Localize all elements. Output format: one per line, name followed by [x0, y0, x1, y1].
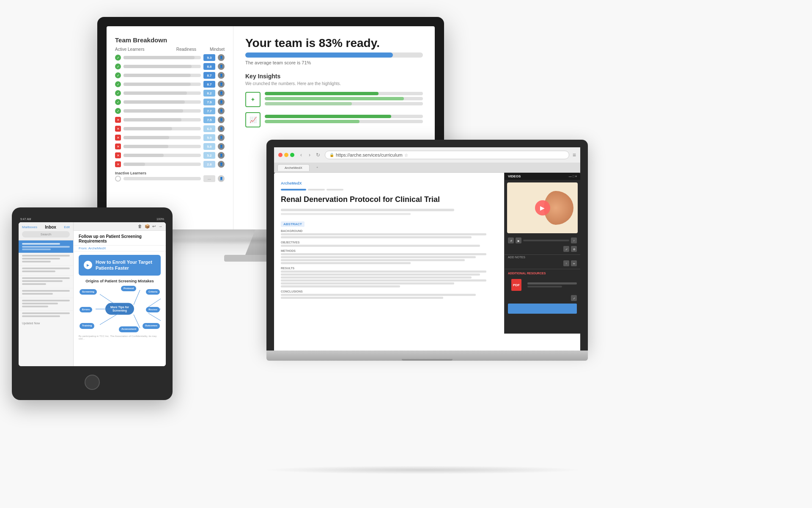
volume-btn[interactable]: ♪ [571, 237, 577, 243]
video-play-icon[interactable]: ▶ [84, 261, 92, 269]
abstract-label: ABSTRACT [281, 221, 304, 227]
learner-status-icon: ✓ [115, 64, 121, 69]
email-from: From: ArcheMedX [74, 246, 166, 251]
insight-bar-row [265, 120, 423, 123]
browser-forward-btn[interactable]: › [306, 152, 313, 158]
diagram-node-3: Criteria [146, 289, 160, 295]
email-search-bar[interactable]: Search [22, 231, 70, 237]
laptop-shadow [262, 466, 584, 474]
score-badge: 9.3 [203, 54, 215, 61]
laptop: ‹ › ↻ 🔒 https://arche.services/curriculu… [266, 140, 588, 361]
diagram-center-node: More Tips for Screening [105, 303, 134, 315]
video-thumbnail[interactable]: ▶ [507, 182, 578, 233]
inactive-learners-label: Inactive Learners [115, 171, 225, 175]
learner-row: ✓ 7.9 👤 [115, 99, 225, 105]
insight-bar-row [265, 102, 423, 105]
section-label: METHODS [281, 249, 497, 252]
mindset-icon: 👤 [218, 143, 225, 150]
authors-bar-2 [281, 213, 411, 215]
text-line [281, 245, 480, 247]
nav-breadcrumb [281, 189, 497, 190]
edit-link[interactable]: Edit [64, 225, 70, 229]
chart-icon: 📈 [245, 112, 261, 127]
browser-reload-btn[interactable]: ↻ [315, 152, 321, 158]
additional-resources-label: ADDITIONAL RESOURCES [505, 271, 580, 276]
abstract-content [281, 245, 497, 247]
url-bar[interactable]: 🔒 https://arche.services/curriculum ☆ [325, 151, 569, 159]
archive-icon[interactable]: 📦 [145, 224, 150, 229]
email-lines-group [19, 298, 73, 310]
learner-bar-fill [123, 127, 172, 130]
browser-menu-icon[interactable]: ≡ [573, 152, 576, 158]
expand-btn[interactable]: ⤢ [563, 246, 569, 252]
email-line [22, 271, 55, 272]
browser-minimize-btn[interactable] [284, 153, 288, 157]
learner-bar-bg [123, 91, 201, 95]
learner-bar-fill [123, 100, 185, 104]
score-badge: 8.7 [203, 81, 215, 88]
section-label: CONCLUSIONS [281, 290, 497, 293]
score-badge: 5.8 [203, 143, 215, 150]
mindset-icon: 👤 [218, 116, 225, 123]
learner-bar-bg [123, 154, 201, 157]
restart-btn[interactable]: ↺ [508, 237, 514, 243]
text-line [281, 236, 472, 238]
learner-status-icon: ✕ [115, 117, 121, 123]
email-line [22, 258, 60, 260]
learner-status-icon: ✓ [115, 108, 121, 114]
url-text: https://arche.services/curriculum [336, 152, 403, 157]
ipad-home-button-container [19, 366, 166, 390]
browser-close-btn[interactable] [278, 153, 283, 157]
laptop-content: ArcheMedX Renal Denervation Protocol for… [274, 173, 580, 334]
trash-icon[interactable]: 🗑 [138, 224, 142, 229]
inbox-title: Inbox [45, 225, 56, 229]
email-list-item[interactable] [19, 240, 73, 253]
text-line [281, 294, 476, 296]
notes-edit-btn[interactable]: ✏ [571, 260, 577, 266]
insight-bar-fill [265, 102, 352, 105]
abstract-methods: METHODS [281, 249, 497, 264]
play-btn[interactable]: ▶ [516, 237, 521, 243]
insight-bars [265, 115, 423, 125]
laptop-body: ‹ › ↻ 🔒 https://arche.services/curriculu… [266, 140, 588, 351]
ipad-body: 9:47 AM 100% Mailboxes Inbox Edit Search [12, 207, 173, 400]
video-play-button[interactable]: ▶ [535, 200, 550, 215]
settings-btn[interactable]: ⚙ [571, 246, 577, 252]
mailboxes-link[interactable]: Mailboxes [22, 225, 37, 229]
forward-icon[interactable]: → [158, 224, 162, 229]
email-subject: Follow up on Patient Screening Requireme… [74, 231, 166, 246]
score-badge: 5.2 [203, 152, 215, 159]
learner-status-icon: ✓ [115, 90, 121, 96]
abstract-content [281, 233, 497, 238]
text-line [281, 233, 486, 235]
diagram-node-4: Errors [80, 307, 92, 312]
learner-bar-fill [123, 118, 181, 121]
ipad-email-header: Mailboxes Inbox Edit Search [19, 222, 73, 240]
resource-expand-btn[interactable]: ⤢ [571, 295, 577, 301]
sidebar-action-bar[interactable] [508, 304, 577, 314]
progress-bar[interactable] [523, 240, 569, 241]
diagram-node-8: Outcomes [143, 323, 160, 329]
ipad-email-content: 🗑 📦 ↩ → Follow up on Patient Screening R… [74, 222, 166, 366]
score-badge: 8.8 [203, 63, 215, 70]
bookmark-icon[interactable]: ☆ [404, 153, 408, 157]
learner-bar-fill [123, 65, 192, 68]
notes-expand-btn[interactable]: ↕ [563, 260, 569, 266]
ipad-home-button[interactable] [85, 375, 100, 390]
text-line [281, 256, 476, 258]
learner-row: ✕ 2.8 👤 [115, 161, 225, 168]
resource-desc [527, 286, 562, 287]
insight-bar-fill [265, 97, 404, 100]
browser-tab-active[interactable]: ArcheMedX [277, 164, 310, 171]
learner-status-icon: ✕ [115, 144, 121, 149]
key-insights-title: Key Insights [245, 73, 423, 80]
browser-maximize-btn[interactable] [290, 153, 294, 157]
insight-bar-row [265, 92, 423, 95]
reply-icon[interactable]: ↩ [152, 224, 156, 229]
monitor-left-panel: Team Breakdown Active Learners Readiness… [107, 26, 233, 229]
browser-tab[interactable]: + [311, 164, 324, 171]
abstract-results: RESULTS [281, 267, 497, 287]
browser-back-btn[interactable]: ‹ [298, 152, 304, 158]
video-card[interactable]: ▶ How to Enroll Your Target Patients Fas… [79, 255, 161, 276]
email-lines-group [19, 275, 73, 288]
